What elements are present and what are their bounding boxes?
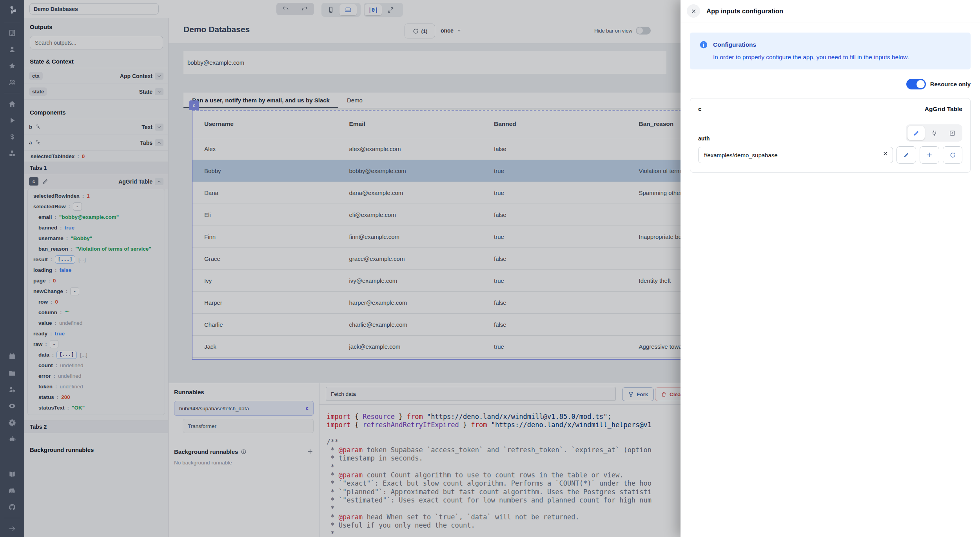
app-inputs-drawer: App inputs configuration Configurations …	[681, 0, 980, 537]
input-mode-segmented-control	[906, 124, 962, 142]
pencil-icon	[913, 130, 920, 137]
auth-field-label: auth	[698, 135, 710, 142]
close-icon	[691, 8, 697, 14]
clear-input-icon[interactable]	[882, 151, 888, 157]
info-title: Configurations	[713, 41, 756, 48]
resource-only-label: Resource only	[930, 81, 971, 87]
connect-mode-button[interactable]	[926, 126, 943, 140]
resource-path-input[interactable]	[698, 147, 893, 163]
drawer-header: App inputs configuration	[681, 0, 980, 22]
info-body: In order to properly configure the app, …	[713, 54, 961, 61]
card-component-id: c	[698, 106, 702, 113]
refresh-icon	[949, 152, 956, 158]
component-input-card: c AgGrid Table auth	[690, 98, 971, 173]
info-icon	[699, 40, 708, 49]
configurations-info-box: Configurations In order to properly conf…	[690, 33, 971, 69]
close-button[interactable]	[687, 4, 700, 18]
eval-mode-button[interactable]	[944, 126, 961, 140]
pencil-icon	[903, 151, 910, 158]
edit-resource-button[interactable]	[897, 146, 916, 164]
plug-icon	[931, 130, 938, 137]
static-mode-button[interactable]	[907, 126, 925, 140]
function-icon	[949, 130, 956, 137]
plus-icon	[926, 151, 933, 158]
add-resource-button[interactable]	[920, 146, 939, 164]
drawer-title: App inputs configuration	[706, 7, 783, 15]
refresh-resource-button[interactable]	[943, 146, 962, 164]
drawer-backdrop[interactable]	[0, 0, 681, 537]
resource-only-row: Resource only	[690, 79, 971, 89]
card-component-type: AgGrid Table	[925, 106, 962, 113]
resource-only-toggle[interactable]	[906, 79, 926, 89]
